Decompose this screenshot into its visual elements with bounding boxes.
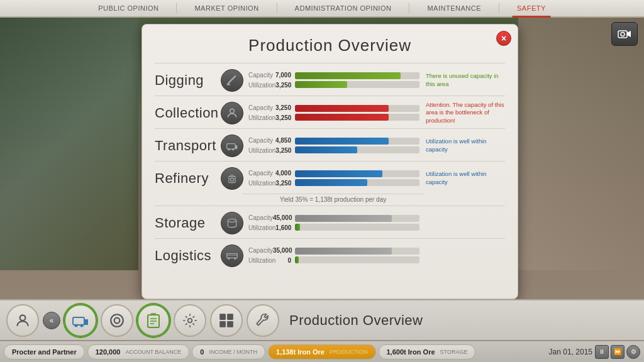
collection-note: Attention. The capacity of this area is … (423, 101, 505, 124)
camera-button[interactable] (611, 22, 638, 46)
collection-row: Collection Capacity 3,250 Utilization 3,… (155, 96, 505, 128)
collection-icon (221, 102, 243, 124)
manager-button[interactable] (6, 304, 39, 337)
nav-public-opinion[interactable]: PUBLIC OPINION (80, 0, 176, 16)
transport-row: Transport Capacity 4,850 Utilization 3,2… (155, 128, 505, 161)
storage-stats: Capacity 45,000 Utilization 1,600 (248, 213, 291, 233)
date-display: Jan 01, 2015 (549, 348, 592, 356)
nav-administration-opinion[interactable]: ADMINISTRATION OPINION (277, 0, 409, 16)
pause-button[interactable]: ⏸ (595, 345, 609, 359)
svg-point-2 (621, 33, 625, 36)
top-navigation: PUBLIC OPINION MARKET OPINION ADMINISTRA… (0, 0, 644, 18)
storage-icon (221, 212, 243, 234)
logistics-row: Logistics Capacity 35,000 Utilization 0 (155, 238, 505, 271)
storage-label: Storage (155, 215, 221, 231)
svg-point-8 (232, 148, 234, 150)
income-pill[interactable]: 0 INCOME / MONTH (192, 344, 265, 359)
svg-point-23 (188, 318, 192, 322)
svg-rect-26 (219, 321, 226, 327)
storage-pill[interactable]: 1,600t Iron Ore STORAGE (379, 344, 476, 359)
digging-label: Digging (155, 72, 221, 89)
nav-safety[interactable]: SAFETY (499, 0, 564, 16)
transport-label: Transport (155, 138, 221, 154)
svg-marker-17 (84, 319, 88, 325)
svg-point-7 (228, 148, 230, 150)
digging-stats: Capacity 7,000 Utilization 3,250 (248, 70, 291, 90)
clipboard-button[interactable] (137, 304, 170, 337)
grid-button[interactable] (210, 304, 243, 337)
logistics-label: Logistics (155, 248, 221, 264)
svg-point-11 (228, 219, 236, 222)
svg-rect-0 (618, 31, 627, 38)
refinery-stats: Capacity 4,000 Utilization 3,250 (248, 168, 291, 189)
nav-market-opinion[interactable]: MARKET OPINION (177, 0, 276, 16)
logistics-bars (291, 248, 423, 263)
digging-bars (291, 72, 423, 88)
storage-bars (291, 215, 423, 231)
production-pill[interactable]: 1,138t Iron Ore PRODUCTION (268, 344, 376, 359)
svg-rect-3 (227, 84, 230, 85)
svg-rect-5 (227, 143, 235, 148)
panel-title: Production Overview (283, 312, 638, 329)
svg-point-21 (114, 317, 120, 323)
refinery-note: Utilization is well within capacity (423, 170, 505, 186)
collection-label: Collection (155, 105, 221, 121)
transport-note: Utilization is well within capacity (423, 138, 505, 153)
refinery-icon (221, 167, 243, 190)
settings-button[interactable] (174, 304, 206, 337)
refinery-row: Refinery Capacity 4,000 Utilization 3,25… (155, 161, 505, 194)
svg-point-15 (20, 315, 26, 321)
playback-controls: ⏸ ⏩ ⚙ (595, 345, 640, 359)
tire-button[interactable] (101, 304, 133, 337)
logistics-icon (221, 244, 243, 267)
svg-marker-6 (235, 145, 237, 149)
logistics-stats: Capacity 35,000 Utilization 0 (248, 246, 291, 266)
company-pill[interactable]: Procter and Partner (4, 344, 85, 359)
status-bar: Procter and Partner 120,000 ACCOUNT BALA… (0, 341, 644, 362)
refinery-label: Refinery (155, 170, 221, 187)
transport-stats: Capacity 4,850 Utilization 3,250 (248, 136, 291, 156)
refinery-bars (291, 170, 423, 186)
svg-point-10 (231, 178, 234, 181)
svg-rect-24 (219, 314, 226, 320)
fast-forward-button[interactable]: ⏩ (611, 345, 625, 359)
wrench-button[interactable] (247, 304, 279, 337)
prev-button[interactable]: « (43, 312, 60, 329)
svg-rect-25 (227, 314, 233, 320)
options-button[interactable]: ⚙ (626, 345, 640, 359)
svg-rect-9 (229, 176, 235, 182)
digging-row: Digging Capacity 7,000 Utilization 3,250… (155, 63, 505, 96)
storage-row: Storage Capacity 45,000 Utilization 1,60… (155, 206, 505, 238)
balance-pill[interactable]: 120,000 ACCOUNT BALANCE (87, 344, 190, 359)
collection-bars (291, 105, 423, 121)
svg-rect-12 (227, 253, 238, 258)
svg-rect-27 (227, 321, 233, 327)
svg-point-4 (230, 109, 235, 113)
transport-icon (221, 134, 243, 157)
vehicle-button[interactable] (64, 304, 97, 337)
svg-rect-16 (73, 317, 84, 325)
close-button[interactable]: × (496, 31, 511, 46)
svg-point-13 (228, 257, 230, 259)
dialog-title: Production Overview (155, 25, 505, 63)
svg-point-14 (234, 257, 236, 259)
transport-bars (291, 138, 423, 153)
yield-info: Yield 35% = 1,138t production per day (243, 194, 423, 206)
collection-stats: Capacity 3,250 Utilization 3,250 (248, 103, 291, 123)
svg-marker-1 (627, 31, 631, 37)
digging-note: There is unused capacity in this area (423, 72, 505, 88)
svg-point-18 (75, 324, 78, 327)
digging-icon (221, 69, 243, 92)
svg-point-20 (111, 314, 123, 327)
svg-point-19 (80, 324, 84, 327)
nav-maintenance[interactable]: MAINTENANCE (409, 0, 499, 16)
production-overview-dialog: × Production Overview Digging Capacity 7… (142, 24, 518, 299)
bottom-toolbar: « (0, 299, 644, 340)
